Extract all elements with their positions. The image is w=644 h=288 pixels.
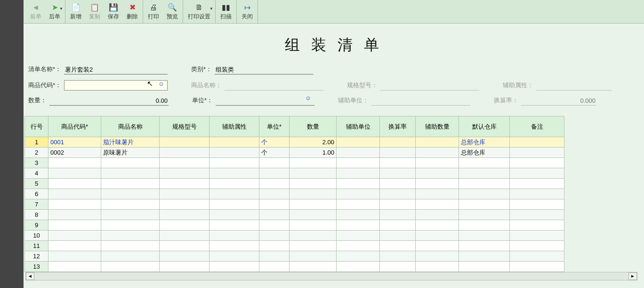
aux-qty-cell[interactable]	[416, 220, 459, 230]
qty-cell[interactable]	[290, 241, 337, 251]
aux-unit-cell[interactable]	[337, 168, 380, 179]
aux-unit-cell[interactable]	[337, 199, 380, 210]
qty-cell[interactable]	[290, 158, 337, 168]
unit-cell[interactable]: 个	[259, 148, 290, 158]
aux-attr-cell[interactable]	[209, 262, 259, 272]
qty-cell[interactable]	[290, 179, 337, 189]
unit-cell[interactable]: 个	[259, 137, 290, 148]
aux-qty-cell[interactable]	[416, 230, 459, 241]
rate-cell[interactable]	[380, 262, 416, 272]
row-no-cell[interactable]: 1	[25, 137, 48, 148]
unit-cell[interactable]	[259, 168, 290, 179]
remark-cell[interactable]	[510, 158, 564, 168]
name-cell[interactable]: 原味薯片	[101, 148, 160, 158]
aux-qty-cell[interactable]	[416, 168, 459, 179]
code-cell[interactable]	[48, 210, 101, 220]
unit-input[interactable]	[216, 96, 314, 106]
name-cell[interactable]	[101, 158, 160, 168]
wh-cell[interactable]: 总部仓库	[459, 137, 510, 148]
col-aux-qty[interactable]: 辅助数量	[416, 116, 459, 137]
name-cell[interactable]	[101, 230, 160, 241]
code-cell[interactable]	[48, 189, 101, 199]
wh-cell[interactable]	[459, 262, 510, 272]
name-cell[interactable]	[101, 168, 160, 179]
aux-attr-cell[interactable]	[209, 168, 259, 179]
aux-unit-cell[interactable]	[337, 251, 380, 262]
aux-attr-cell[interactable]	[209, 210, 259, 220]
aux-unit-cell[interactable]	[337, 137, 380, 148]
unit-cell[interactable]	[259, 189, 290, 199]
spec-cell[interactable]	[160, 210, 209, 220]
aux-attr-input[interactable]	[536, 81, 612, 91]
name-cell[interactable]	[101, 241, 160, 251]
code-cell[interactable]	[48, 241, 101, 251]
col-aux-attr[interactable]: 辅助属性	[209, 116, 259, 137]
unit-cell[interactable]	[259, 241, 290, 251]
aux-attr-cell[interactable]	[209, 220, 259, 230]
table-row[interactable]: 6	[25, 189, 564, 199]
wh-cell[interactable]	[459, 158, 510, 168]
col-aux-unit[interactable]: 辅助单位	[337, 116, 380, 137]
aux-attr-cell[interactable]	[209, 241, 259, 251]
aux-unit-cell[interactable]	[337, 241, 380, 251]
aux-qty-cell[interactable]	[416, 179, 459, 189]
name-cell[interactable]	[101, 189, 160, 199]
code-cell[interactable]	[48, 230, 101, 241]
qty-cell[interactable]	[290, 230, 337, 241]
wh-cell[interactable]	[459, 230, 510, 241]
scroll-left-button[interactable]: ◄	[26, 272, 34, 280]
unit-cell[interactable]	[259, 262, 290, 272]
name-cell[interactable]: 茄汁味薯片	[101, 137, 160, 148]
name-cell[interactable]	[101, 210, 160, 220]
aux-unit-cell[interactable]	[337, 230, 380, 241]
spec-cell[interactable]	[160, 189, 209, 199]
grid[interactable]: 行号 商品代码* 商品名称 规格型号 辅助属性 单位* 数量 辅助单位 换算率 …	[24, 116, 564, 272]
spec-cell[interactable]	[160, 230, 209, 241]
qty-input[interactable]	[49, 96, 169, 106]
col-row[interactable]: 行号	[25, 116, 48, 137]
spec-input[interactable]	[380, 81, 479, 91]
next-button[interactable]: ➤ 后单 ▼	[45, 0, 64, 23]
col-code[interactable]: 商品代码*	[48, 116, 101, 137]
rate-cell[interactable]	[380, 179, 416, 189]
code-cell[interactable]: 0001	[48, 137, 101, 148]
qty-cell[interactable]	[290, 168, 337, 179]
name-cell[interactable]	[101, 251, 160, 262]
category-input[interactable]	[215, 65, 314, 74]
aux-qty-cell[interactable]	[416, 158, 459, 168]
name-cell[interactable]	[101, 220, 160, 230]
product-code-input[interactable]	[64, 80, 168, 91]
remark-cell[interactable]	[510, 262, 564, 272]
spec-cell[interactable]	[160, 137, 209, 148]
aux-attr-cell[interactable]	[209, 148, 259, 158]
print-setup-button[interactable]: 🗎 打印设置 ▼	[184, 0, 214, 23]
table-row[interactable]: 8	[25, 210, 564, 220]
lookup-icon[interactable]: ⊙	[306, 95, 314, 103]
rate-cell[interactable]	[380, 189, 416, 199]
qty-cell[interactable]	[290, 251, 337, 262]
aux-attr-cell[interactable]	[209, 158, 259, 168]
unit-cell[interactable]	[259, 179, 290, 189]
scan-button[interactable]: ▮▮ 扫描	[217, 0, 235, 23]
scroll-right-button[interactable]: ►	[628, 272, 637, 280]
row-no-cell[interactable]: 3	[25, 158, 48, 168]
col-qty[interactable]: 数量	[290, 116, 337, 137]
row-no-cell[interactable]: 6	[25, 189, 48, 199]
spec-cell[interactable]	[160, 220, 209, 230]
row-no-cell[interactable]: 12	[25, 251, 48, 262]
unit-cell[interactable]	[259, 230, 290, 241]
rate-cell[interactable]	[380, 230, 416, 241]
table-row[interactable]: 9	[25, 220, 564, 230]
row-no-cell[interactable]: 10	[25, 230, 48, 241]
rate-input[interactable]	[521, 96, 596, 106]
wh-cell[interactable]	[459, 189, 510, 199]
col-name[interactable]: 商品名称	[101, 116, 160, 137]
rate-cell[interactable]	[380, 210, 416, 220]
name-cell[interactable]	[101, 199, 160, 210]
row-no-cell[interactable]: 7	[25, 199, 48, 210]
table-row[interactable]: 10	[25, 230, 564, 241]
list-name-input[interactable]	[64, 65, 168, 74]
wh-cell[interactable]	[459, 241, 510, 251]
unit-cell[interactable]	[259, 210, 290, 220]
rate-cell[interactable]	[380, 148, 416, 158]
